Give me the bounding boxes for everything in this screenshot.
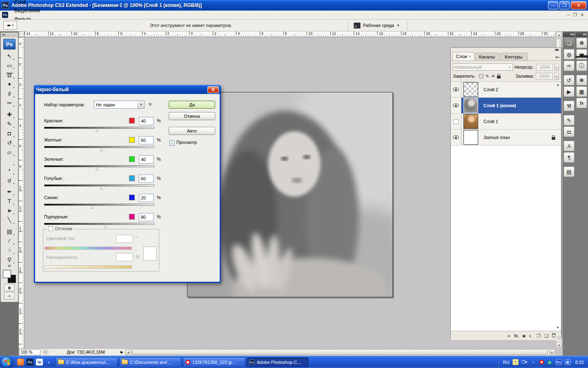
fill-value[interactable]: 100% (536, 73, 553, 80)
adjustment-layer-icon[interactable]: ◐. (529, 333, 533, 338)
scroll-right-icon[interactable]: ► (549, 349, 555, 355)
menu-item[interactable]: Слой (11, 0, 55, 7)
tool-line[interactable]: ╲ (4, 215, 15, 224)
opera-tray-icon[interactable] (539, 360, 544, 364)
layer-style-icon[interactable]: fx. (514, 333, 519, 338)
collapse-tray-icon[interactable]: ‹ (530, 359, 537, 365)
tool-blur[interactable]: ❛ (4, 166, 15, 175)
channel-slider-track[interactable] (44, 146, 154, 148)
tint-checkbox[interactable]: Оттенок (47, 226, 74, 231)
scrollbar-thumb[interactable] (132, 349, 548, 355)
scroll-down-icon[interactable]: ▼ (556, 342, 562, 348)
opacity-value[interactable]: 100% (536, 64, 553, 71)
dock-collapse-header[interactable]: ◀◀ (576, 32, 588, 37)
channel-value-input[interactable] (139, 213, 154, 221)
screen-mode-button[interactable]: ▭ (4, 292, 15, 299)
quick-launch-word-icon[interactable]: W (36, 359, 43, 366)
channel-value-input[interactable] (139, 155, 154, 164)
close-button[interactable]: ✕ (571, 1, 586, 9)
globe-icon[interactable]: ◍ (564, 49, 575, 60)
scroll-down-icon[interactable]: ▼ (556, 326, 559, 330)
new-layer-icon[interactable]: ❑ (544, 333, 548, 339)
slider-thumb[interactable]: △ (100, 186, 102, 190)
character-icon[interactable]: A (564, 141, 575, 151)
slider-thumb[interactable]: △ (100, 148, 102, 152)
layer-name[interactable]: Задний план (483, 135, 510, 140)
layer-thumbnail[interactable] (463, 130, 478, 145)
tool-marquee[interactable]: ▭ (4, 61, 15, 70)
tool-quick-selection[interactable]: ✦ (4, 79, 15, 89)
tool-pen[interactable]: ✒ (4, 187, 15, 196)
tab-channels[interactable]: Каналы (475, 53, 500, 61)
slider-thumb[interactable]: △ (96, 129, 98, 132)
histogram-icon[interactable]: ▂▅▃ (576, 49, 587, 60)
dialog-close-button[interactable]: X (207, 86, 219, 93)
hue-input[interactable] (116, 235, 133, 243)
menu-item[interactable]: Выделение (11, 7, 55, 15)
doc-minimize-icon[interactable]: – (565, 12, 572, 18)
info-icon[interactable]: ⓘ (576, 61, 587, 71)
saturation-slider[interactable] (45, 265, 132, 269)
tool-eyedropper[interactable]: ∕ (4, 236, 15, 245)
blend-mode-dropdown[interactable]: Нормальный ▼ (453, 63, 513, 71)
gem-tray-icon[interactable]: ◆ (547, 359, 553, 365)
tool-hand[interactable]: ☝ (4, 245, 15, 255)
foreground-color-swatch[interactable] (3, 270, 11, 278)
visibility-toggle[interactable] (451, 98, 461, 113)
doc-restore-icon[interactable]: ❐ (572, 12, 579, 18)
quick-launch-app-icon[interactable] (17, 359, 24, 366)
slider-thumb[interactable]: △ (91, 206, 94, 209)
workspace-button[interactable]: Br Рабочая среда ▼ (350, 20, 403, 30)
scroll-up-icon[interactable]: ▲ (556, 83, 559, 87)
tab-layers[interactable]: Слои × (452, 52, 474, 61)
saturation-input[interactable] (116, 253, 133, 261)
lock-position-icon[interactable]: ✛ (491, 74, 495, 79)
vertical-ruler[interactable]: 42024681012141618202224 (19, 37, 24, 348)
layer-name[interactable]: Слой 2 (483, 87, 498, 92)
panel-menu-icon[interactable]: ▾≡ (555, 55, 559, 59)
layer-group-icon[interactable]: ❐ (537, 333, 541, 339)
tool-preset-picker[interactable]: ✒ ▾ (3, 21, 17, 30)
lock-transparency-icon[interactable] (479, 74, 483, 79)
punto-language-icon[interactable]: Ru (556, 359, 562, 365)
fill-spinner-icon[interactable]: ▸ (555, 73, 559, 80)
tool-zoom[interactable]: ⚲ (4, 255, 15, 264)
clone-source-icon[interactable]: ◘ (564, 126, 575, 137)
visibility-toggle[interactable] (451, 82, 461, 97)
swatches-icon[interactable]: ▦ (576, 86, 587, 97)
dock-collapse-header[interactable]: ◀◀ (563, 32, 575, 37)
tool-history-brush[interactable]: ↺ (4, 138, 15, 147)
dialog-title-bar[interactable]: Черно-белый X (34, 85, 221, 94)
layer-thumbnail[interactable] (463, 114, 478, 129)
scroll-up-icon[interactable]: ▲ (556, 32, 562, 38)
keyboard-help-icon[interactable]: ? (512, 359, 519, 365)
checkbox-unchecked-icon[interactable] (48, 226, 53, 231)
resize-grip[interactable] (557, 336, 560, 339)
scroll-left-icon[interactable]: ◄ (125, 349, 131, 355)
tool-lasso[interactable]: ➰ (4, 70, 15, 79)
panel-collapse-icon[interactable]: ▶▶ (555, 48, 559, 52)
photoshop-logo-button[interactable]: Ps (3, 39, 16, 49)
task-photoshop[interactable]: Ps Adobe Photoshop C... (247, 357, 309, 367)
annotations-icon[interactable]: ▤ (564, 166, 575, 177)
visibility-toggle[interactable] (451, 130, 461, 145)
tool-brush[interactable]: ✎ (4, 119, 15, 128)
swap-colors-icon[interactable]: ⇄ (1, 264, 18, 268)
tool-dodge[interactable]: ☌ (4, 175, 15, 185)
color-icon[interactable]: ❋ (576, 75, 587, 85)
task-folder-c[interactable]: C:\Documents and ... (119, 357, 181, 367)
layer-name[interactable]: Слой 1 (483, 119, 498, 124)
channel-value-input[interactable] (139, 117, 154, 125)
doc-close-icon[interactable]: ✕ (579, 12, 586, 18)
channel-slider-track[interactable] (44, 204, 154, 206)
ruler-origin-corner[interactable] (19, 31, 24, 37)
app-tray-icon[interactable]: ▣ (565, 359, 571, 365)
paragraph-icon[interactable]: ¶ (564, 152, 575, 163)
lock-paint-icon[interactable]: ✎ (486, 74, 489, 79)
quick-launch-expand-icon[interactable]: › (45, 359, 52, 366)
channel-value-input[interactable] (139, 194, 154, 202)
language-indicator[interactable]: RU (503, 360, 510, 365)
slider-thumb[interactable]: △ (104, 225, 107, 229)
canvas-horizontal-scrollbar[interactable]: ◄ ► (125, 348, 555, 355)
channel-slider-track[interactable] (44, 127, 154, 129)
